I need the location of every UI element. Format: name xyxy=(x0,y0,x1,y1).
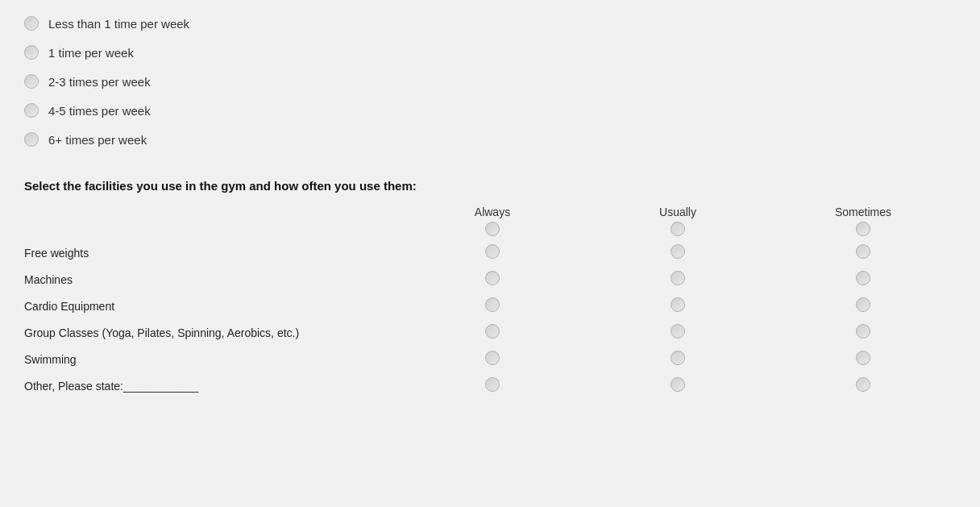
facility-name-2: Machines xyxy=(24,266,400,293)
facility-sometimes-2[interactable] xyxy=(770,266,956,293)
facility-row-4: Group Classes (Yoga, Pilates, Spinning, … xyxy=(24,319,956,346)
facility-row-1: Free weights xyxy=(24,239,956,266)
radio-circle-always-1[interactable] xyxy=(485,244,500,259)
radio-circle-usually-6[interactable] xyxy=(671,377,685,392)
radio-circle-sometimes-1[interactable] xyxy=(856,244,870,259)
facility-sometimes-1[interactable] xyxy=(770,239,956,266)
frequency-radio-4[interactable] xyxy=(24,103,39,118)
facility-usually-2[interactable] xyxy=(585,266,770,293)
facility-name-6: Other, Please state:____________ xyxy=(24,372,400,399)
facility-usually-1[interactable] xyxy=(585,239,770,266)
always-label: Always xyxy=(475,206,510,218)
column-headers-row: Always Usually Sometimes xyxy=(24,206,956,239)
facility-row-6: Other, Please state:____________ xyxy=(24,372,956,399)
frequency-radio-3[interactable] xyxy=(24,74,39,89)
facility-sometimes-4[interactable] xyxy=(770,319,956,346)
facility-usually-4[interactable] xyxy=(585,319,770,346)
radio-circle-sometimes-2[interactable] xyxy=(856,271,870,285)
radio-circle-usually-3[interactable] xyxy=(671,297,685,312)
facility-usually-5[interactable] xyxy=(585,346,770,372)
facility-row-3: Cardio Equipment xyxy=(24,293,956,319)
frequency-label-1: Less than 1 time per week xyxy=(48,17,189,31)
frequency-label-5: 6+ times per week xyxy=(48,133,147,147)
frequency-option-4[interactable]: 4-5 times per week xyxy=(24,103,956,118)
facility-sometimes-3[interactable] xyxy=(770,293,956,319)
facility-col-header xyxy=(24,206,400,239)
radio-circle-sometimes-5[interactable] xyxy=(856,351,870,365)
radio-circle-always-6[interactable] xyxy=(485,377,500,392)
radio-circle-usually-1[interactable] xyxy=(671,244,685,259)
facility-always-2[interactable] xyxy=(400,266,585,293)
facility-sometimes-5[interactable] xyxy=(770,346,956,372)
radio-circle-always-3[interactable] xyxy=(485,297,500,312)
radio-circle-always-5[interactable] xyxy=(485,351,500,365)
radio-circle-sometimes-6[interactable] xyxy=(856,377,870,392)
frequency-radio-2[interactable] xyxy=(24,45,39,60)
sometimes-label: Sometimes xyxy=(835,206,891,218)
radio-circle-usually-4[interactable] xyxy=(671,324,685,339)
frequency-option-2[interactable]: 1 time per week xyxy=(24,45,956,60)
facility-always-3[interactable] xyxy=(400,293,585,319)
radio-circle-usually-2[interactable] xyxy=(671,271,685,285)
facility-sometimes-6[interactable] xyxy=(770,372,956,399)
facility-always-6[interactable] xyxy=(400,372,585,399)
frequency-label-2: 1 time per week xyxy=(48,46,134,60)
facility-usually-3[interactable] xyxy=(585,293,770,319)
radio-circle-sometimes-4[interactable] xyxy=(856,324,870,339)
facilities-table: Always Usually Sometimes Free weightsMac… xyxy=(24,206,956,399)
sometimes-header-radio[interactable] xyxy=(856,222,870,236)
frequency-radio-5[interactable] xyxy=(24,132,39,147)
facility-row-2: Machines xyxy=(24,266,956,293)
facility-always-5[interactable] xyxy=(400,346,585,372)
sometimes-col-header: Sometimes xyxy=(770,206,956,239)
facilities-tbody: Free weightsMachinesCardio EquipmentGrou… xyxy=(24,239,956,399)
section-title: Select the facilities you use in the gym… xyxy=(24,179,956,193)
frequency-label-4: 4-5 times per week xyxy=(48,104,151,118)
usually-header-radio[interactable] xyxy=(671,222,685,236)
facility-name-3: Cardio Equipment xyxy=(24,293,400,319)
radio-circle-always-4[interactable] xyxy=(485,324,500,339)
facility-name-5: Swimming xyxy=(24,346,400,372)
frequency-option-1[interactable]: Less than 1 time per week xyxy=(24,16,956,31)
frequency-label-3: 2-3 times per week xyxy=(48,75,151,89)
facility-row-5: Swimming xyxy=(24,346,956,372)
radio-circle-always-2[interactable] xyxy=(485,271,500,285)
frequency-radio-1[interactable] xyxy=(24,16,39,31)
usually-col-header: Usually xyxy=(585,206,770,239)
frequency-option-5[interactable]: 6+ times per week xyxy=(24,132,956,147)
facility-name-1: Free weights xyxy=(24,239,400,266)
facility-name-4: Group Classes (Yoga, Pilates, Spinning, … xyxy=(24,319,400,346)
always-header-radio[interactable] xyxy=(485,222,500,236)
usually-label: Usually xyxy=(659,206,696,218)
radio-circle-sometimes-3[interactable] xyxy=(856,297,870,312)
always-col-header: Always xyxy=(400,206,585,239)
frequency-option-3[interactable]: 2-3 times per week xyxy=(24,74,956,89)
facility-always-4[interactable] xyxy=(400,319,585,346)
radio-circle-usually-5[interactable] xyxy=(671,351,685,365)
facility-always-1[interactable] xyxy=(400,239,585,266)
facility-usually-6[interactable] xyxy=(585,372,770,399)
frequency-radio-group: Less than 1 time per week1 time per week… xyxy=(24,16,956,147)
